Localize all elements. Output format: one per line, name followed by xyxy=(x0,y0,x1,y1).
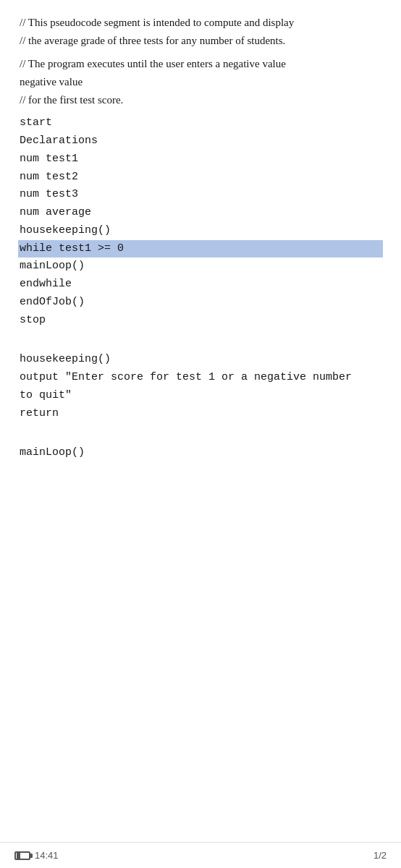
content-area: // This pseudocode segment is intended t… xyxy=(0,0,401,520)
endofjob-line: endOfJob() xyxy=(20,294,381,312)
var-test2: num test2 xyxy=(20,169,381,187)
battery-indicator: 14:41 xyxy=(14,850,59,861)
var-average: num average xyxy=(20,204,381,222)
var-test1: num test1 xyxy=(20,150,381,169)
comment-line-4: // for the first test score. xyxy=(20,92,381,109)
comment-line-1: // This pseudocode segment is intended t… xyxy=(20,14,381,31)
page-indicator: 1/2 xyxy=(373,850,387,861)
mainloop-fn: mainLoop() xyxy=(20,444,381,462)
return-line: return xyxy=(20,405,381,423)
code-block: // This pseudocode segment is intended t… xyxy=(20,14,381,462)
mainloop-call: mainLoop() xyxy=(20,258,381,276)
housekeeping-fn: housekeeping() xyxy=(20,351,381,369)
endwhile-line: endwhile xyxy=(20,276,381,294)
output-line2: to quit" xyxy=(20,387,381,405)
var-test3: num test3 xyxy=(20,186,381,204)
output-line1: output "Enter score for test 1 or a nega… xyxy=(20,369,381,387)
housekeeping-call: housekeeping() xyxy=(20,222,381,240)
declarations-line: Declarations xyxy=(20,132,381,150)
while-line: while test1 >= 0 xyxy=(18,240,383,258)
battery-icon xyxy=(14,851,30,860)
start-line: start xyxy=(20,114,381,132)
comment-line-3b: negative value xyxy=(20,74,381,90)
time-display: 14:41 xyxy=(35,850,59,861)
comment-line-3: // The program executes until the user e… xyxy=(20,56,381,72)
stop-line: stop xyxy=(20,312,381,330)
comment-line-2: // the average grade of three tests for … xyxy=(20,33,381,49)
status-bar: 14:41 1/2 xyxy=(0,842,401,868)
